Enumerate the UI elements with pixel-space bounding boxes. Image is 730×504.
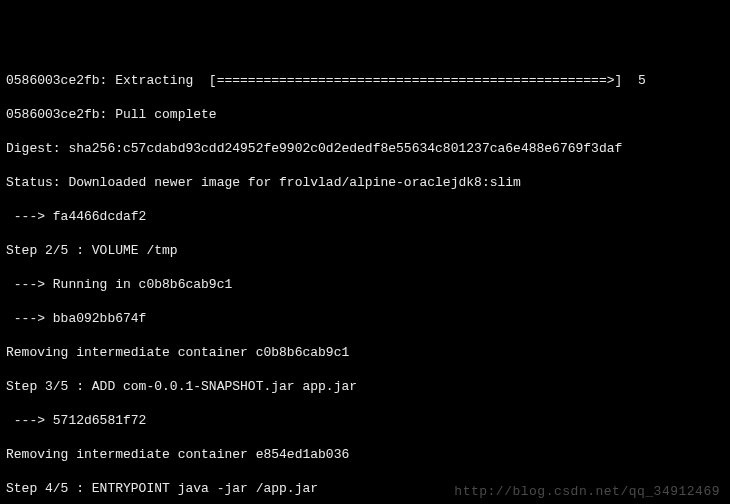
terminal-line: Removing intermediate container c0b8b6ca… — [6, 344, 724, 361]
watermark-text: http://blog.csdn.net/qq_34912469 — [454, 483, 720, 500]
terminal-line: Removing intermediate container e854ed1a… — [6, 446, 724, 463]
terminal-line: Step 2/5 : VOLUME /tmp — [6, 242, 724, 259]
terminal-line: ---> fa4466dcdaf2 — [6, 208, 724, 225]
terminal-line: 0586003ce2fb: Extracting [==============… — [6, 72, 724, 89]
terminal-line: ---> bba092bb674f — [6, 310, 724, 327]
terminal-line: ---> 5712d6581f72 — [6, 412, 724, 429]
terminal-line: Digest: sha256:c57cdabd93cdd24952fe9902c… — [6, 140, 724, 157]
terminal-line: ---> Running in c0b8b6cab9c1 — [6, 276, 724, 293]
terminal-line: Step 3/5 : ADD com-0.0.1-SNAPSHOT.jar ap… — [6, 378, 724, 395]
terminal-line: Status: Downloaded newer image for frolv… — [6, 174, 724, 191]
terminal-line: 0586003ce2fb: Pull complete — [6, 106, 724, 123]
